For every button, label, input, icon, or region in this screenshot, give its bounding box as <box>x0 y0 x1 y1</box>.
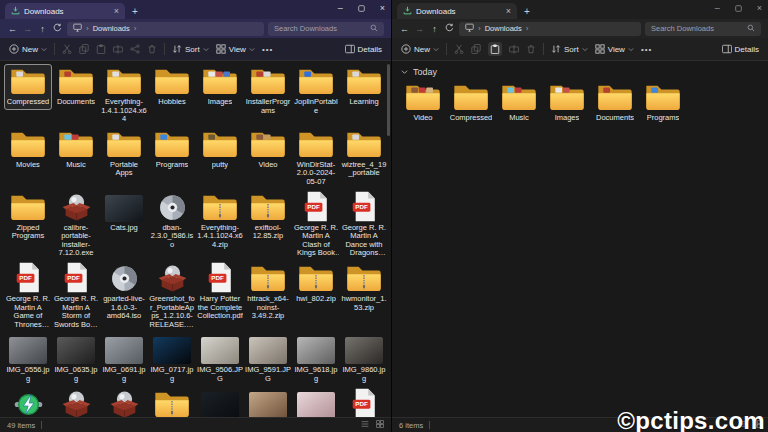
folder-item[interactable]: wiztree_4_19_portable <box>340 127 388 181</box>
file-item[interactable]: httrack_x64-noinst-3.49.2.zip <box>244 261 292 324</box>
sort-button[interactable]: Sort <box>172 44 209 54</box>
folder-item[interactable]: WinDirStat-2.0.0-2024-05-07 <box>292 127 340 190</box>
close-button[interactable]: × <box>380 1 385 15</box>
details-view-toggle-icon[interactable] <box>361 420 369 430</box>
file-item[interactable]: exiftool-12.85.zip <box>244 190 292 244</box>
new-tab-button[interactable]: + <box>132 6 138 17</box>
file-item[interactable]: Greenshot_for_PortableApps_1.2.10.6-RELE… <box>148 261 196 332</box>
folder-item[interactable]: Compressed <box>447 80 495 126</box>
folder-item[interactable]: Zipped Programs <box>4 190 52 244</box>
back-button[interactable]: ← <box>7 24 18 34</box>
folder-item[interactable]: InstallerPrograms <box>244 64 292 118</box>
thumbnail-view-toggle-icon[interactable] <box>376 420 384 430</box>
breadcrumb[interactable]: › Downloads › <box>67 22 264 36</box>
more-options-icon[interactable]: ••• <box>262 45 273 54</box>
file-item[interactable]: PDFGeorge R. R. Martin A Dance with Drag… <box>340 190 388 261</box>
folder-item[interactable]: Video <box>399 80 447 126</box>
delete-icon[interactable] <box>526 44 536 54</box>
details-button[interactable]: Details <box>722 44 759 54</box>
search-input[interactable]: Search Downloads <box>645 22 761 36</box>
breadcrumb-segment[interactable]: Downloads <box>93 24 130 33</box>
folder-item[interactable]: Compressed <box>4 64 52 110</box>
file-item[interactable]: calibre-portable-installer-7.12.0.exe <box>52 190 100 261</box>
maximize-button[interactable] <box>358 5 365 12</box>
copy-icon[interactable] <box>471 44 481 54</box>
scrollbar[interactable] <box>387 64 390 136</box>
file-item[interactable]: IMG_0556.jpg <box>4 332 52 386</box>
folder-item[interactable]: Images <box>543 80 591 126</box>
folder-item[interactable]: Images <box>196 64 244 110</box>
tab-downloads[interactable]: Downloads × <box>397 3 517 19</box>
paste-icon[interactable] <box>488 42 502 56</box>
forward-button[interactable]: → <box>22 24 33 34</box>
rename-icon[interactable] <box>113 44 123 54</box>
folder-item[interactable]: Video <box>244 127 292 173</box>
copy-icon[interactable] <box>79 44 89 54</box>
folder-item[interactable]: Portable Apps <box>100 127 148 181</box>
breadcrumb[interactable]: › Downloads › <box>459 22 641 36</box>
file-item[interactable]: Over Temperature.jpg <box>196 387 244 418</box>
file-item[interactable]: IMG_9506.JPG <box>196 332 244 386</box>
file-item[interactable]: Cats.jpg <box>100 190 148 236</box>
forward-button[interactable]: → <box>414 24 425 34</box>
up-button[interactable]: ↑ <box>429 24 440 34</box>
file-item[interactable]: OBS-Studio-30.1.2.zip <box>148 387 196 418</box>
file-item[interactable]: IMG_9618.jpg <box>292 332 340 386</box>
back-button[interactable]: ← <box>399 24 410 34</box>
file-item[interactable]: LibreOfficePortablePrevious_7.6.7_Multil… <box>52 387 100 418</box>
file-item[interactable]: hwi_802.zip <box>292 261 340 307</box>
close-button[interactable]: × <box>757 1 762 15</box>
new-tab-button[interactable]: + <box>524 6 530 17</box>
folder-item[interactable]: Documents <box>591 80 639 126</box>
file-item[interactable]: gparted-live-1.6.0-3-amd64.iso <box>100 261 148 324</box>
file-item[interactable]: hwmonitor_1.53.zip <box>340 261 388 315</box>
new-button[interactable]: New <box>401 44 439 54</box>
minimize-button[interactable]: – <box>715 1 720 15</box>
file-item[interactable]: puppy.jpg <box>244 387 292 418</box>
search-input[interactable]: Search Downloads <box>268 22 384 36</box>
sort-button[interactable]: Sort <box>551 44 588 54</box>
file-item[interactable]: IMG_0635.jpg <box>52 332 100 386</box>
file-item[interactable]: PDFHarry Potter the Complete Collection.… <box>196 261 244 324</box>
details-button[interactable]: Details <box>345 44 382 54</box>
folder-item[interactable]: Programs <box>639 80 687 126</box>
cut-icon[interactable] <box>62 44 72 54</box>
folder-item[interactable]: Documents <box>52 64 100 110</box>
paste-icon[interactable] <box>96 44 106 54</box>
file-item[interactable]: PDFGeorge R. R. Martin A Clash of Kings … <box>292 190 340 261</box>
more-options-icon[interactable]: ••• <box>641 45 652 54</box>
file-item[interactable]: IMG_0691.jpg <box>100 332 148 386</box>
tab-close-icon[interactable]: × <box>506 7 511 16</box>
minimize-button[interactable]: – <box>338 1 343 15</box>
file-item[interactable]: Sakura Spring Lake.jpg <box>292 387 340 418</box>
folder-item[interactable]: Hobbies <box>148 64 196 110</box>
folder-item[interactable]: putty <box>196 127 244 173</box>
up-button[interactable]: ↑ <box>37 24 48 34</box>
folder-item[interactable]: Movies <box>4 127 52 173</box>
folder-item[interactable]: Music <box>495 80 543 126</box>
tab-close-icon[interactable]: × <box>114 7 119 16</box>
tab-downloads[interactable]: Downloads × <box>5 3 125 19</box>
folder-item[interactable]: Music <box>52 127 100 173</box>
view-button[interactable]: View <box>595 44 634 54</box>
file-item[interactable]: PDFGeorge R. R. Martin A Storm of Swords… <box>52 261 100 332</box>
breadcrumb-segment[interactable]: Downloads <box>485 24 522 33</box>
file-item[interactable]: IMG_0717.jpg <box>148 332 196 386</box>
folder-item[interactable]: Learning <box>340 64 388 110</box>
share-icon[interactable] <box>130 44 140 54</box>
group-header-today[interactable]: Today <box>401 67 768 77</box>
file-item[interactable]: ipscan-win64-3.9.1.exe <box>4 387 52 418</box>
file-item[interactable]: PDFTolkien-J.-The-lord-of-the-rings-Harp… <box>340 387 388 418</box>
file-item[interactable]: Everything-1.4.1.1024.x64.zip <box>196 190 244 253</box>
folder-item[interactable]: Programs <box>148 127 196 173</box>
folder-item[interactable]: JoplinPortable <box>292 64 340 118</box>
maximize-button[interactable] <box>735 5 742 12</box>
file-item[interactable]: dban-2.3.0_i586.iso <box>148 190 196 253</box>
file-item[interactable]: IMG_9860.jpg <box>340 332 388 386</box>
refresh-button[interactable] <box>444 23 455 34</box>
cut-icon[interactable] <box>454 44 464 54</box>
rename-icon[interactable] <box>509 44 519 54</box>
file-item[interactable]: PDFGeorge R. R. Martin A Game of Thrones… <box>4 261 52 332</box>
folder-item[interactable]: Everything-1.4.1.1024.x64 <box>100 64 148 127</box>
view-button[interactable]: View <box>216 44 255 54</box>
